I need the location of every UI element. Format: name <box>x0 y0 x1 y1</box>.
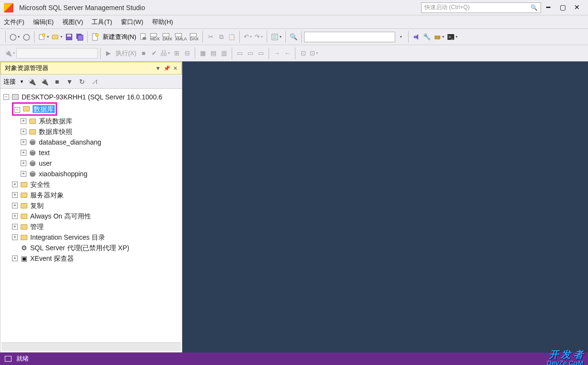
tree-node[interactable]: 安全性 <box>30 179 50 190</box>
db-selector[interactable]: 🔌 <box>3 48 16 59</box>
quick-launch-input[interactable]: 快速启动 (Ctrl+Q) 🔍 <box>421 2 541 13</box>
indent-inc-button[interactable]: → <box>271 48 282 59</box>
solution-config-dd[interactable] <box>395 31 406 43</box>
save-all-button[interactable] <box>74 31 85 43</box>
parse-button[interactable]: ✔ <box>149 48 159 59</box>
uncomment-button[interactable]: ▭ <box>245 48 256 59</box>
paste-button[interactable]: 📋 <box>226 31 237 43</box>
disconnect-icon[interactable]: 🔌 <box>40 78 49 85</box>
expand-icon[interactable]: − <box>3 94 9 100</box>
filter-icon[interactable]: ▼ <box>65 78 74 85</box>
xmla-query-button[interactable]: XMLA <box>174 31 188 43</box>
minimize-button[interactable]: ━ <box>541 3 555 12</box>
database-combo[interactable] <box>16 48 98 59</box>
expand-icon[interactable]: + <box>12 256 18 261</box>
expand-icon[interactable]: + <box>21 139 26 145</box>
tree-node[interactable]: SQL Server 代理(已禁用代理 XP) <box>30 243 129 253</box>
server-node[interactable]: DESKTOP-93KRHH1 (SQL Server 16.0.1000.6 <box>22 92 162 102</box>
save-button[interactable] <box>64 31 74 43</box>
expand-icon[interactable]: + <box>21 118 26 124</box>
tree-node[interactable]: Integration Services 目录 <box>30 232 105 243</box>
expand-icon[interactable]: + <box>12 224 18 230</box>
expand-icon[interactable]: + <box>12 203 18 208</box>
refresh-icon[interactable]: ↻ <box>78 78 86 85</box>
panel-pin-icon[interactable]: 📌 <box>164 65 170 72</box>
tree-node[interactable]: 管理 <box>30 221 44 232</box>
menu-tools[interactable]: 工具(T) <box>92 18 112 26</box>
tree-node[interactable]: 数据库快照 <box>39 126 72 137</box>
connect-label[interactable]: 连接 <box>3 77 16 86</box>
open-button[interactable] <box>50 31 64 43</box>
tree-node[interactable]: text <box>39 147 50 158</box>
expand-icon[interactable]: + <box>12 192 18 198</box>
cmd-button[interactable]: >_ <box>446 31 459 43</box>
svg-point-1 <box>42 34 45 36</box>
menu-help[interactable]: 帮助(H) <box>152 18 173 26</box>
databases-node[interactable]: 数据库 <box>33 105 55 113</box>
comment-button[interactable]: ▭ <box>235 48 245 59</box>
mdx-query-button[interactable]: MDX <box>149 31 161 43</box>
new-project-button[interactable] <box>37 31 50 43</box>
toolbox-button[interactable] <box>432 31 446 43</box>
tree-node[interactable]: 复制 <box>30 200 44 211</box>
expand-icon[interactable]: + <box>21 171 26 177</box>
forward-button[interactable]: ◯ <box>21 31 32 43</box>
object-tree[interactable]: −DESKTOP-93KRHH1 (SQL Server 16.0.1000.6… <box>0 89 182 342</box>
expand-icon[interactable]: + <box>12 213 18 219</box>
tree-node[interactable]: user <box>39 158 52 169</box>
plan-button[interactable]: 品 <box>159 48 171 59</box>
results-grid-button[interactable]: ▦ <box>198 48 208 59</box>
specify-values-button[interactable]: ⊡ <box>298 48 308 59</box>
tree-node[interactable]: 系统数据库 <box>39 116 72 126</box>
new-query-button[interactable] <box>90 31 101 43</box>
properties-button[interactable] <box>270 31 283 43</box>
expand-icon[interactable]: + <box>21 150 26 156</box>
dmx-query-button[interactable]: DMX <box>161 31 174 43</box>
horizontal-scrollbar[interactable] <box>1 342 181 351</box>
execute-label[interactable]: 执行(X) <box>116 49 136 58</box>
tree-node[interactable]: database_dianshang <box>39 137 101 147</box>
tree-node[interactable]: 服务器对象 <box>30 190 64 200</box>
tree-node[interactable]: xiaobaishopping <box>39 169 87 179</box>
indent-dec-button[interactable]: ← <box>282 48 293 59</box>
more-button[interactable]: ⊡ <box>308 48 319 59</box>
dax-query-button[interactable]: DAX <box>188 31 200 43</box>
wrench-icon[interactable]: 🔧 <box>422 31 432 43</box>
vs-button[interactable] <box>411 31 422 43</box>
close-button[interactable]: ✕ <box>570 3 584 12</box>
expand-icon[interactable]: + <box>12 182 18 187</box>
menu-edit[interactable]: 编辑(E) <box>33 18 54 26</box>
connect-icon[interactable]: 🔌 <box>28 78 36 85</box>
undo-button[interactable]: ↶ <box>242 31 253 43</box>
expand-icon[interactable]: + <box>21 129 26 134</box>
activity-icon[interactable]: ⩘ <box>90 78 99 85</box>
find-button[interactable]: 🔍 <box>288 31 299 43</box>
indent-button[interactable]: ▭ <box>256 48 266 59</box>
engine-query-button[interactable] <box>138 31 149 43</box>
panel-close-icon[interactable]: ✕ <box>173 65 177 72</box>
expand-icon[interactable]: + <box>12 234 18 240</box>
new-query-label[interactable]: 新建查询(N) <box>103 33 136 41</box>
plan3-button[interactable]: ⊟ <box>182 48 192 59</box>
server-icon <box>11 93 20 101</box>
stop-button[interactable]: ■ <box>138 48 149 59</box>
results-text-button[interactable]: ▤ <box>208 48 219 59</box>
panel-dropdown-icon[interactable]: ▼ <box>155 65 161 72</box>
plan2-button[interactable]: ⊞ <box>171 48 182 59</box>
stop-icon[interactable]: ■ <box>53 78 61 85</box>
tree-node[interactable]: XEvent 探查器 <box>30 253 74 264</box>
menu-file[interactable]: 文件(F) <box>4 18 24 26</box>
expand-icon[interactable]: + <box>21 160 26 166</box>
solution-config-input[interactable] <box>304 32 395 42</box>
menu-view[interactable]: 视图(V) <box>62 18 83 26</box>
tree-node[interactable]: Always On 高可用性 <box>30 211 91 221</box>
menu-window[interactable]: 窗口(W) <box>121 18 143 26</box>
expand-icon[interactable]: − <box>14 107 20 113</box>
cut-button[interactable]: ✂ <box>205 31 216 43</box>
maximize-button[interactable]: ▢ <box>555 3 570 12</box>
copy-button[interactable]: ⧉ <box>216 31 226 43</box>
results-file-button[interactable]: ▥ <box>219 48 229 59</box>
execute-button[interactable]: ▶ <box>103 48 114 59</box>
back-button[interactable]: ◯ <box>8 31 21 43</box>
redo-button[interactable]: ↷ <box>253 31 264 43</box>
